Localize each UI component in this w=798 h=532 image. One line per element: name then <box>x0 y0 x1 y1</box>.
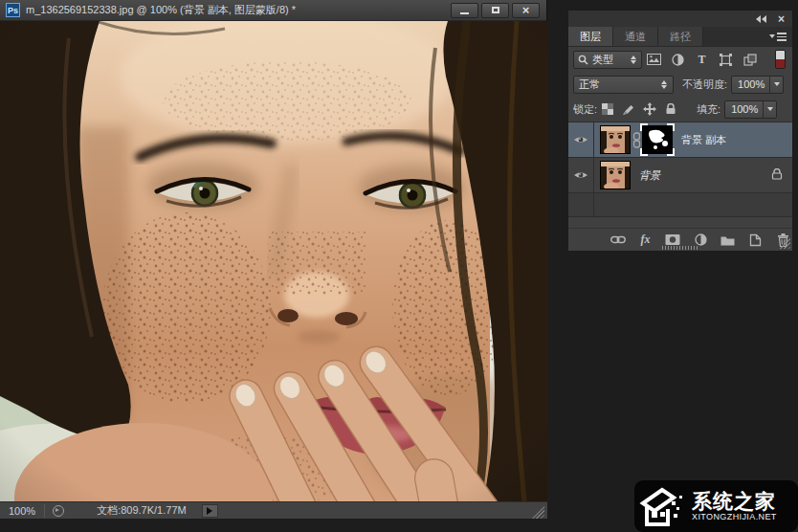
add-layer-mask-button[interactable] <box>663 233 682 246</box>
watermark-logo-icon <box>639 484 687 528</box>
restore-button[interactable] <box>481 3 509 18</box>
layer-row-background[interactable]: 背景 <box>568 158 792 193</box>
eye-icon <box>573 135 588 144</box>
filter-type-layers-icon[interactable]: T <box>690 53 714 67</box>
layers-list: 背景 副本 背景 <box>568 122 792 217</box>
layer-mask-thumbnail[interactable] <box>642 125 673 154</box>
statusbar-divider <box>44 504 45 518</box>
search-icon <box>578 55 588 65</box>
watermark-subtitle: XITONGZHIJIA.NET <box>692 512 777 521</box>
panel-close-icon[interactable]: × <box>778 13 785 25</box>
document-titlebar[interactable]: Ps m_1362569152338.jpg @ 100% (背景 副本, 图层… <box>0 0 546 21</box>
layer-name[interactable]: 背景 副本 <box>681 133 726 147</box>
mask-selection-bracket <box>667 148 675 156</box>
dropdown-arrow-icon[interactable] <box>769 77 783 93</box>
background-lock-icon <box>771 166 783 184</box>
portrait-photo <box>0 21 547 501</box>
filter-toggle-switch[interactable] <box>775 50 786 69</box>
window-resize-grip[interactable] <box>532 506 544 519</box>
filter-row: 类型 T <box>568 47 792 72</box>
restore-icon <box>492 7 499 13</box>
document-title: m_1362569152338.jpg @ 100% (背景 副本, 图层蒙版/… <box>26 3 451 17</box>
fill-value-select[interactable]: 100% <box>724 100 777 119</box>
lock-row: 锁定: 填充: 100% <box>568 97 792 122</box>
lock-all-icon[interactable] <box>660 103 681 115</box>
stepper-arrows-icon <box>661 80 668 89</box>
panel-tabbar: 图层 通道 路径 <box>568 27 792 47</box>
dropdown-arrow-icon[interactable] <box>763 101 776 118</box>
status-bar: 100% 文档:809.7K/1.77M <box>0 501 547 519</box>
eye-icon <box>573 170 588 180</box>
panel-bottom-bar: fx <box>568 228 792 251</box>
tab-layers[interactable]: 图层 <box>568 27 613 46</box>
layer-thumbnail[interactable] <box>600 161 631 189</box>
panel-dock-header[interactable]: × <box>568 11 792 27</box>
minimize-button[interactable] <box>451 3 478 18</box>
lock-transparency-icon[interactable] <box>597 103 618 115</box>
layer-thumbnail[interactable] <box>600 125 631 154</box>
blend-mode-value: 正常 <box>579 78 600 92</box>
layer-style-button[interactable]: fx <box>636 233 655 247</box>
panel-menu-icon[interactable] <box>769 33 787 41</box>
zoom-level-field[interactable]: 100% <box>0 505 44 517</box>
fill-label: 填充: <box>697 102 720 117</box>
document-size-info: 文档:809.7K/1.77M <box>97 503 187 518</box>
watermark-title: 系统之家 <box>692 491 776 512</box>
new-group-button[interactable] <box>719 234 738 246</box>
blend-row: 正常 不透明度: 100% <box>568 72 792 97</box>
opacity-label: 不透明度: <box>682 78 727 92</box>
lock-label: 锁定: <box>573 102 597 117</box>
site-watermark: 系统之家 XITONGZHIJIA.NET <box>634 480 798 532</box>
filter-adjustment-layers-icon[interactable] <box>666 54 690 66</box>
photoshop-app: Ps m_1362569152338.jpg @ 100% (背景 副本, 图层… <box>0 0 798 532</box>
layer-name[interactable]: 背景 <box>639 168 660 183</box>
status-options-button[interactable] <box>202 504 218 518</box>
new-adjustment-layer-button[interactable] <box>691 233 710 246</box>
new-layer-button[interactable] <box>746 233 765 247</box>
opacity-value-select[interactable]: 100% <box>731 76 784 94</box>
image-canvas[interactable] <box>0 21 547 501</box>
layer-row-background-copy[interactable]: 背景 副本 <box>568 122 792 158</box>
opacity-value: 100% <box>738 78 765 90</box>
tab-paths[interactable]: 路径 <box>658 27 703 46</box>
close-button[interactable]: × <box>512 3 540 18</box>
filter-smart-objects-icon[interactable] <box>738 54 762 66</box>
filter-pixel-layers-icon[interactable] <box>642 54 666 65</box>
tab-channels[interactable]: 通道 <box>613 27 658 46</box>
fill-value: 100% <box>731 103 758 115</box>
adobe-drive-icon[interactable] <box>53 505 64 517</box>
mask-link-icon[interactable] <box>631 132 642 148</box>
panel-resize-handle[interactable] <box>662 246 698 250</box>
layers-panel-dock: × 图层 通道 路径 类型 <box>567 10 793 252</box>
link-layers-button[interactable] <box>609 235 628 244</box>
document-window: Ps m_1362569152338.jpg @ 100% (背景 副本, 图层… <box>0 0 547 519</box>
lock-pixels-icon[interactable] <box>618 103 639 116</box>
close-icon: × <box>522 4 530 16</box>
mask-selection-bracket <box>640 123 648 131</box>
visibility-toggle[interactable] <box>568 122 593 157</box>
minimize-icon <box>460 12 469 14</box>
eye-column-divider <box>593 122 594 216</box>
layers-panel-body: 类型 T 正 <box>568 47 792 251</box>
photoshop-logo-icon: Ps <box>6 3 20 17</box>
mask-selection-bracket <box>667 123 675 131</box>
filter-kind-label: 类型 <box>592 53 613 67</box>
stepper-arrows-icon <box>631 55 637 64</box>
visibility-toggle[interactable] <box>568 158 593 192</box>
filter-shape-layers-icon[interactable] <box>714 54 738 66</box>
mask-selection-bracket <box>640 148 648 156</box>
filter-kind-select[interactable]: 类型 <box>573 51 642 69</box>
lock-position-icon[interactable] <box>639 102 660 116</box>
collapse-panels-icon[interactable] <box>756 15 766 23</box>
blend-mode-select[interactable]: 正常 <box>573 76 674 94</box>
right-triangle-icon <box>207 507 212 515</box>
